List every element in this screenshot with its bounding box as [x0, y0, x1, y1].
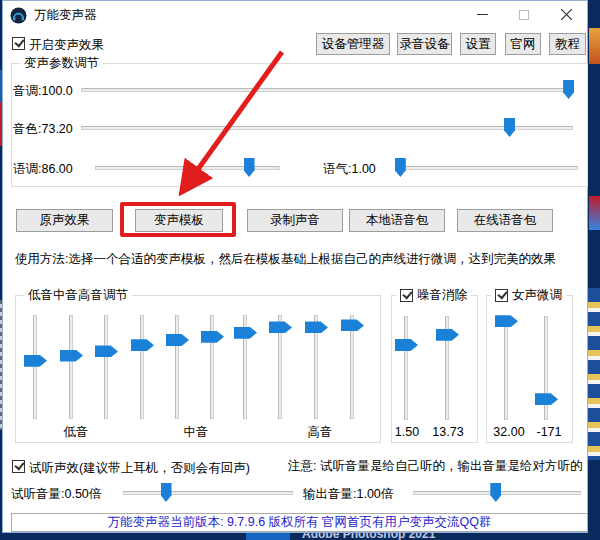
eq-slider-1-thumb[interactable] [24, 355, 47, 367]
female-slider-2-thumb[interactable] [535, 393, 558, 405]
tone-slider-track[interactable] [398, 166, 578, 170]
status-bar: 万能变声器当前版本: 9.7.9.6 版权所有 官网首页有用户变声交流QQ群 [11, 513, 588, 532]
noise-value-2: 13.73 [427, 425, 469, 439]
eq-slider-1-track[interactable] [33, 315, 37, 419]
bass-label: 低音 [62, 424, 90, 441]
desktop: Adobe Photoshop 2021 万能变声器 [0, 0, 600, 540]
female-slider-1-thumb[interactable] [495, 315, 518, 327]
volume-note: 注意: 试听音量是给自己听的，输出音量是给对方听的 [288, 458, 582, 475]
monitor-volume-track[interactable] [123, 491, 293, 495]
enable-voice-label: 开启变声效果 [29, 37, 104, 54]
eq-slider-10-thumb[interactable] [341, 319, 364, 331]
timbre-slider[interactable] [81, 118, 573, 137]
titlebar: 万能变声器 [3, 1, 587, 29]
eq-slider-6-thumb[interactable] [201, 331, 224, 343]
eq-slider-3-track[interactable] [104, 315, 108, 419]
eq-slider-6-track[interactable] [210, 315, 214, 419]
record-voice-button[interactable]: 录制声音 [247, 209, 343, 232]
original-voice-button[interactable]: 原声效果 [16, 209, 113, 232]
female-finetune-checkbox[interactable] [495, 289, 508, 302]
desktop-edge-decoration [589, 28, 600, 64]
eq-slider-5-track[interactable] [175, 315, 179, 419]
usage-instructions: 使用方法:选择一个合适的变声模板，然后在模板基础上根据自己的声线进行微调，达到完… [15, 251, 556, 268]
local-voicepack-button[interactable]: 本地语音包 [349, 209, 445, 232]
eq-slider-6[interactable] [202, 315, 222, 419]
intonation-slider[interactable] [95, 158, 280, 177]
eq-slider-3[interactable] [96, 315, 116, 419]
window-title: 万能变声器 [34, 7, 97, 24]
app-window: 万能变声器 开启变声效果 设备管理器 录音设备 设置 官网 教程 变声参数调节 [2, 0, 588, 533]
eq-slider-1[interactable] [25, 315, 45, 419]
timbre-slider-track[interactable] [81, 126, 573, 130]
noise-reduction-label: 噪音消除 [417, 287, 467, 304]
eq-slider-7-thumb[interactable] [234, 327, 257, 339]
desktop-edge-decoration [588, 288, 600, 460]
eq-slider-10[interactable] [342, 315, 362, 419]
monitor-effect-checkbox[interactable] [12, 460, 25, 473]
eq-slider-9-thumb[interactable] [305, 321, 328, 333]
noise-slider-2[interactable] [437, 316, 457, 420]
female-slider-1[interactable] [496, 316, 516, 420]
output-volume-thumb[interactable] [490, 483, 501, 502]
eq-slider-4[interactable] [132, 315, 152, 419]
intonation-slider-thumb[interactable] [244, 158, 255, 177]
online-voicepack-button[interactable]: 在线语音包 [457, 209, 553, 232]
eq-slider-7[interactable] [235, 315, 255, 419]
pitch-label: 音调:100.0 [13, 83, 73, 100]
recording-device-button[interactable]: 录音设备 [397, 33, 452, 55]
tutorial-button[interactable]: 教程 [549, 33, 586, 55]
eq-group: 低音中音高音调节 低音 中音 高音 [15, 295, 381, 443]
eq-slider-5[interactable] [167, 315, 187, 419]
voice-params-group-title: 变声参数调节 [20, 55, 103, 72]
eq-slider-3-thumb[interactable] [95, 345, 118, 357]
mid-label: 中音 [182, 424, 210, 441]
female-slider-2[interactable] [536, 316, 556, 420]
eq-group-title: 低音中音高音调节 [24, 287, 132, 304]
female-slider-1-track[interactable] [504, 316, 508, 420]
close-button[interactable] [545, 1, 587, 28]
noise-slider-1-thumb[interactable] [395, 339, 418, 351]
pitch-slider-thumb[interactable] [563, 80, 574, 99]
intonation-label: 语调:86.00 [13, 161, 73, 178]
minimize-button[interactable] [461, 1, 503, 28]
eq-slider-2-track[interactable] [69, 315, 73, 419]
maximize-button[interactable] [503, 1, 545, 28]
noise-slider-2-thumb[interactable] [436, 329, 459, 341]
monitor-volume-slider[interactable] [123, 483, 293, 502]
timbre-slider-thumb[interactable] [504, 118, 515, 137]
pitch-slider-track[interactable] [81, 88, 573, 92]
eq-slider-4-thumb[interactable] [131, 339, 154, 351]
female-value-2: -171 [531, 425, 567, 439]
tone-slider[interactable] [398, 158, 578, 177]
pitch-slider[interactable] [81, 80, 573, 99]
monitor-volume-label: 试听音量:0.50倍 [11, 486, 101, 503]
treble-label: 高音 [306, 424, 334, 441]
eq-slider-2[interactable] [61, 315, 81, 419]
enable-voice-checkbox[interactable] [12, 37, 25, 50]
eq-slider-8-thumb[interactable] [269, 321, 292, 333]
close-icon [561, 9, 572, 20]
noise-reduction-checkbox[interactable] [400, 289, 413, 302]
output-volume-label: 输出音量:1.00倍 [303, 486, 393, 503]
noise-slider-1-track[interactable] [404, 316, 408, 420]
eq-slider-8[interactable] [270, 315, 290, 419]
settings-button[interactable]: 设置 [460, 33, 496, 55]
device-manager-button[interactable]: 设备管理器 [316, 33, 390, 55]
noise-slider-1[interactable] [396, 316, 416, 420]
maximize-icon [519, 10, 529, 20]
eq-slider-9[interactable] [306, 315, 326, 419]
output-volume-slider[interactable] [413, 483, 581, 502]
tone-label: 语气:1.00 [323, 161, 376, 178]
desktop-edge-decoration [589, 196, 600, 230]
monitor-volume-thumb[interactable] [161, 483, 172, 502]
female-finetune-label: 女声微调 [512, 287, 562, 304]
eq-slider-2-thumb[interactable] [60, 350, 83, 362]
voice-template-button[interactable]: 变声模板 [135, 209, 223, 232]
female-value-1: 32.00 [489, 425, 529, 439]
female-finetune-group: 女声微调 32.00 -171 [486, 295, 573, 443]
eq-slider-5-thumb[interactable] [166, 334, 189, 346]
official-site-button[interactable]: 官网 [505, 33, 541, 55]
eq-slider-4-track[interactable] [140, 315, 144, 419]
noise-value-1: 1.50 [391, 425, 423, 439]
minimize-icon [477, 9, 488, 20]
